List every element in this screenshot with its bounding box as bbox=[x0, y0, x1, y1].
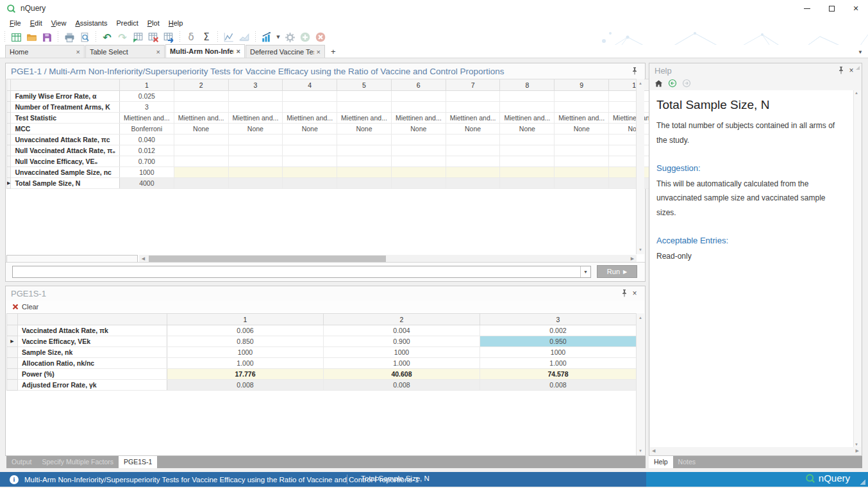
cell[interactable] bbox=[391, 145, 446, 156]
cell[interactable] bbox=[500, 91, 555, 102]
cell[interactable] bbox=[391, 134, 446, 145]
cell[interactable] bbox=[174, 145, 228, 156]
cell[interactable] bbox=[337, 145, 392, 156]
minimize-button[interactable] bbox=[795, 0, 819, 17]
cell[interactable] bbox=[446, 156, 500, 167]
cell[interactable]: Miettinen and... bbox=[555, 113, 609, 124]
cell[interactable] bbox=[337, 102, 392, 113]
cell[interactable]: None bbox=[446, 124, 500, 134]
cell[interactable]: 40.608 bbox=[324, 369, 480, 380]
clear-button[interactable]: Clear bbox=[6, 300, 645, 313]
cell[interactable] bbox=[174, 91, 228, 102]
cell[interactable]: Miettinen and... bbox=[500, 113, 555, 124]
save-icon[interactable] bbox=[39, 30, 54, 44]
cell[interactable] bbox=[283, 167, 337, 178]
tab-home[interactable]: Home × bbox=[5, 45, 85, 58]
cell[interactable] bbox=[228, 102, 283, 113]
cell[interactable]: 1.000 bbox=[480, 358, 637, 369]
cell[interactable]: 0.008 bbox=[480, 380, 637, 391]
cell[interactable] bbox=[555, 134, 609, 145]
panel-resize-grip[interactable] bbox=[856, 66, 860, 70]
cell[interactable] bbox=[446, 134, 500, 145]
cell[interactable]: 0.008 bbox=[167, 380, 324, 391]
cell[interactable] bbox=[500, 134, 555, 145]
menu-view[interactable]: View bbox=[47, 18, 71, 28]
tab-notes[interactable]: Notes bbox=[673, 456, 701, 468]
cell[interactable] bbox=[555, 145, 609, 156]
cell[interactable] bbox=[337, 178, 392, 189]
cell[interactable] bbox=[337, 156, 392, 167]
tab-close-icon[interactable]: × bbox=[154, 48, 160, 56]
cell[interactable] bbox=[174, 156, 228, 167]
cell[interactable]: 3 bbox=[119, 102, 174, 113]
cell[interactable] bbox=[555, 178, 609, 189]
cell[interactable] bbox=[500, 145, 555, 156]
column-header[interactable]: 2 bbox=[324, 314, 480, 325]
pin-icon[interactable] bbox=[836, 67, 846, 74]
print-preview-icon[interactable] bbox=[77, 30, 92, 44]
cell[interactable] bbox=[446, 91, 500, 102]
menu-file[interactable]: File bbox=[5, 18, 26, 28]
cell[interactable] bbox=[174, 102, 228, 113]
cell[interactable]: 0.900 bbox=[324, 336, 480, 347]
cell[interactable] bbox=[446, 167, 500, 178]
cell[interactable]: 0.040 bbox=[119, 134, 174, 145]
hscroll-thumb[interactable] bbox=[149, 256, 386, 263]
delete-table-icon[interactable] bbox=[146, 30, 161, 44]
cell[interactable] bbox=[391, 178, 446, 189]
cell[interactable]: None bbox=[283, 124, 337, 134]
cell[interactable]: 0.004 bbox=[324, 325, 480, 336]
cell[interactable]: 0.008 bbox=[324, 380, 480, 391]
dropdown-arrow-icon[interactable]: ▼ bbox=[580, 266, 590, 277]
cell[interactable] bbox=[283, 102, 337, 113]
resize-grip[interactable] bbox=[860, 480, 865, 485]
chart-dropdown-icon[interactable]: ▼ bbox=[274, 30, 282, 44]
cell[interactable] bbox=[283, 178, 337, 189]
cell[interactable]: 1000 bbox=[480, 347, 637, 358]
cell[interactable]: None bbox=[555, 124, 609, 134]
column-header[interactable]: 6 bbox=[391, 79, 446, 91]
export-table-icon[interactable] bbox=[161, 30, 176, 44]
cell[interactable] bbox=[283, 145, 337, 156]
column-header[interactable]: 5 bbox=[337, 79, 392, 91]
cell[interactable] bbox=[446, 102, 500, 113]
tab-close-icon[interactable]: × bbox=[314, 48, 321, 56]
cell[interactable]: Miettinen and... bbox=[228, 113, 283, 124]
scroll-right-icon[interactable]: ▶ bbox=[854, 448, 861, 453]
undo-icon[interactable]: ↶ bbox=[99, 30, 115, 44]
column-header[interactable]: 9 bbox=[555, 79, 609, 91]
cell[interactable] bbox=[446, 178, 500, 189]
cell[interactable] bbox=[174, 178, 228, 189]
cell[interactable] bbox=[500, 167, 555, 178]
cell[interactable] bbox=[446, 145, 500, 156]
main-table-vscrollbar[interactable]: ▲ ▼ bbox=[636, 79, 644, 254]
cell[interactable] bbox=[555, 91, 609, 102]
menu-edit[interactable]: Edit bbox=[26, 18, 47, 28]
tab-multi-arm[interactable]: Multi-Arm Non-Inferio × bbox=[165, 44, 245, 58]
cell[interactable] bbox=[228, 156, 283, 167]
cell[interactable]: Miettinen and... bbox=[446, 113, 500, 124]
tab-specify-multiple-factors[interactable]: Specify Multiple Factors bbox=[37, 456, 119, 468]
row-marker[interactable] bbox=[7, 369, 18, 380]
home-icon[interactable] bbox=[653, 78, 664, 88]
cell[interactable] bbox=[174, 134, 228, 145]
row-marker[interactable] bbox=[7, 358, 18, 369]
cell[interactable]: 1000 bbox=[119, 167, 174, 178]
cell[interactable] bbox=[391, 102, 446, 113]
open-folder-icon[interactable] bbox=[24, 30, 39, 44]
cell[interactable]: 0.002 bbox=[480, 325, 637, 336]
cell[interactable] bbox=[500, 102, 555, 113]
tab-overflow-icon[interactable]: ▼ bbox=[858, 49, 863, 55]
cell[interactable]: Miettinen and... bbox=[391, 113, 446, 124]
column-header[interactable]: 1 bbox=[167, 314, 324, 325]
menu-plot[interactable]: Plot bbox=[143, 18, 164, 28]
cell[interactable] bbox=[555, 156, 609, 167]
cell[interactable]: None bbox=[500, 124, 555, 134]
back-icon[interactable] bbox=[667, 78, 678, 88]
cell[interactable] bbox=[337, 134, 392, 145]
tab-deferred-vaccine[interactable]: Deferred Vaccine Tests × bbox=[246, 45, 325, 58]
scroll-up-icon[interactable]: ▲ bbox=[637, 79, 644, 87]
cell[interactable] bbox=[391, 156, 446, 167]
cell[interactable]: Miettinen and... bbox=[337, 113, 392, 124]
cell[interactable]: 0.850 bbox=[167, 336, 324, 347]
